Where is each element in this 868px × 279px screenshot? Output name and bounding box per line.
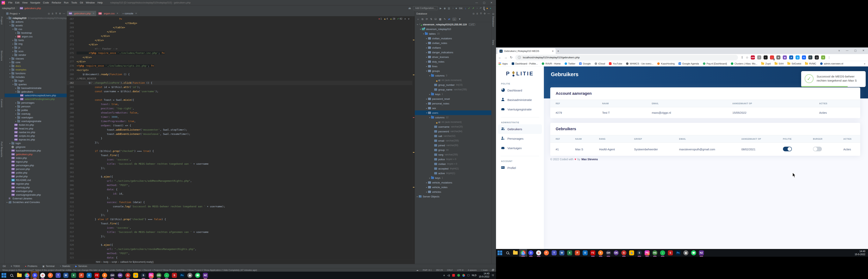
taskbar-app-search[interactable]	[504, 249, 512, 257]
status-segment[interactable]: 4 spaces	[468, 269, 476, 271]
database-tree-item[interactable]: civiliantinyint = 0	[415, 162, 491, 166]
toggle-on[interactable]	[783, 147, 792, 151]
project-tree-item[interactable]: ▸fonts	[5, 38, 67, 42]
code-line[interactable]: 315 Toast.fire({	[67, 221, 412, 226]
taskbar-app-nzxt[interactable]: NZ	[698, 249, 705, 257]
taskbar-app-gitlab[interactable]: G	[620, 249, 628, 257]
help-icon[interactable]: ?	[757, 55, 761, 60]
project-tree-item[interactable]: PHPhead.inc.php	[5, 127, 67, 130]
database-tree-item[interactable]: ▸sex	[415, 106, 491, 111]
code-line[interactable]: 280 $(document).ready(function () {	[67, 72, 412, 76]
project-tree-item[interactable]: ▸voertuigregistratie	[5, 119, 67, 123]
project-tree-item[interactable]: ▸Scratches and Consoles	[5, 200, 67, 204]
stop-icon[interactable]: ■	[456, 7, 457, 10]
stripe-tab-commit[interactable]: Commit	[1, 99, 3, 107]
chevron-right-icon[interactable]: ▸	[425, 191, 428, 193]
chevron-right-icon[interactable]: ▸	[425, 98, 428, 100]
chevron-right-icon[interactable]: ▸	[425, 61, 428, 63]
project-tree-item[interactable]: ▾gebruikers	[5, 90, 67, 94]
hide-icon[interactable]: —	[63, 12, 65, 15]
code-line[interactable]: 294 toast.addEventListener('mouseleave',…	[67, 132, 412, 136]
project-tree-item[interactable]: PHPselectAllAcceptedUsers.php	[5, 94, 67, 97]
adblock-plus-icon[interactable]: ABP	[751, 55, 755, 60]
chevron-right-icon[interactable]: ▸	[425, 182, 428, 184]
project-tree-item[interactable]: ▸basisadministratie	[5, 86, 67, 90]
chevron-right-icon[interactable]: ▸	[9, 61, 11, 63]
taskbar-app-photoshop[interactable]: Ps	[178, 272, 186, 279]
chevron-right-icon[interactable]: ▸	[416, 195, 419, 197]
plugin-duo-icon[interactable]: ◗	[490, 7, 491, 10]
close-icon[interactable]: ✕	[862, 49, 865, 52]
chevron-right-icon[interactable]: ▸	[9, 72, 11, 74]
chevron-right-icon[interactable]: ▸	[11, 46, 14, 49]
code-line[interactable]: 295 }	[67, 136, 412, 141]
menu-run[interactable]: Run	[63, 1, 70, 4]
editor-breadcrumb-item[interactable]: callback for $(document).ready()	[120, 260, 154, 263]
chevron-right-icon[interactable]: ▸	[425, 102, 428, 104]
code-line[interactable]: 299 Toast.fire({	[67, 153, 412, 157]
code-line[interactable]: 275 <?php require_once './includes/foote…	[67, 51, 412, 55]
taskbar-app-word[interactable]: W	[62, 272, 70, 279]
bookmark-rvmc[interactable]: RVMC	[805, 62, 816, 65]
chevron-right-icon[interactable]: ▸	[9, 69, 11, 71]
display-icon[interactable]: 🖵	[467, 274, 470, 277]
database-tree-item[interactable]: ▸vehicle_notes	[415, 185, 491, 189]
code-line[interactable]: 308 id: id,	[67, 192, 412, 196]
chevron-right-icon[interactable]: ▸	[14, 117, 17, 119]
project-tree-item[interactable]: ▸voertuig	[5, 112, 67, 116]
bookmark-star-icon[interactable]: ☆	[746, 56, 748, 59]
toggle-off[interactable]	[813, 147, 822, 151]
project-tree-item[interactable]: ▸politie	[5, 108, 67, 112]
taskbar-app-whatsapp[interactable]: ☎	[194, 272, 202, 279]
database-tree-item[interactable]: passwordvarchar(64)	[415, 129, 491, 134]
bookmark-youtube[interactable]: ▸YouTube	[609, 62, 622, 65]
taskbar-app-search[interactable]	[8, 272, 16, 279]
chevron-right-icon[interactable]: ▸	[425, 42, 428, 44]
tab-close-icon[interactable]: ✕	[135, 12, 137, 15]
code-editor[interactable]: 267 ?>268 </tbody>269 </table>270 </div>…	[67, 17, 412, 259]
refresh-icon[interactable]: ⟳	[426, 18, 428, 21]
code-line[interactable]: 291 timerProgressBar: true,	[67, 119, 412, 123]
debug-icon[interactable]: ◉	[444, 7, 446, 10]
project-tree-item[interactable]: PHPprofiel.php	[5, 175, 67, 178]
code-line[interactable]: 323 data: {	[67, 255, 412, 259]
chevron-right-icon[interactable]: ▸	[14, 113, 17, 115]
project-tree-item[interactable]: ▾includes	[5, 75, 67, 79]
editor-breadcrumb-item[interactable]: html	[96, 260, 100, 263]
code-line[interactable]: 307 data: {	[67, 187, 412, 192]
chevron-down-icon[interactable]: ▾	[419, 28, 422, 30]
code-line[interactable]: 302 });	[67, 166, 412, 170]
profile-avatar-icon[interactable]: A	[821, 55, 825, 60]
chevron-down-icon[interactable]: ▾	[425, 112, 428, 114]
menu-file[interactable]: File	[7, 1, 14, 4]
chevron-down-icon[interactable]: ▾	[6, 17, 8, 19]
status-segment[interactable]: 282:29	[436, 269, 443, 271]
database-tree-item[interactable]: ▸fines	[415, 64, 491, 69]
filter-icon[interactable]: ▼	[458, 18, 461, 21]
breadcrumb-project[interactable]: roleplay010	[2, 7, 15, 10]
bookmark-google[interactable]: GGoogle	[579, 62, 591, 65]
taskbar-app-phpstorm[interactable]: PS	[147, 272, 155, 279]
close-icon[interactable]: ✕	[490, 1, 493, 4]
profile-chevron-icon[interactable]: ∨	[838, 49, 840, 52]
database-tree-item[interactable]: ▸civilian_mutations	[415, 36, 491, 41]
database-tree-item[interactable]: saltvarchar(32)	[415, 134, 491, 138]
tool-window-terminal[interactable]: ▣Terminal	[42, 265, 55, 268]
project-tree-item[interactable]: ▸bootstrap	[5, 31, 67, 35]
database-tree-item[interactable]: groupint	[415, 148, 491, 152]
maximize-icon[interactable]: ▢	[483, 1, 485, 4]
chevron-right-icon[interactable]: ▸	[11, 54, 14, 56]
project-tree-item[interactable]: PHPfooter.inc.php	[5, 123, 67, 127]
add-configuration-button[interactable]: Add Configuration...	[413, 6, 438, 10]
project-panel-title[interactable]: Project	[10, 12, 18, 15]
database-tree-item[interactable]: acceptedtinyint(1)	[415, 166, 491, 171]
database-tree-item[interactable]: ▾tables15	[415, 31, 491, 36]
code-line[interactable]: 306 method: "POST",	[67, 183, 412, 187]
taskbar-app-nzxt[interactable]: NZ	[202, 272, 209, 279]
code-line[interactable]: 305 url: "./actions/gebruikers/addMeosMa…	[67, 179, 412, 183]
expand-all-icon[interactable]: ⇈	[480, 12, 482, 15]
code-line[interactable]: 279<script>	[67, 68, 412, 72]
code-line[interactable]: 292 onOpen: (toast) => {	[67, 123, 412, 128]
taskbar-app-sourcetree[interactable]: ◆	[132, 272, 140, 279]
locate-icon[interactable]: ◎	[48, 12, 50, 15]
